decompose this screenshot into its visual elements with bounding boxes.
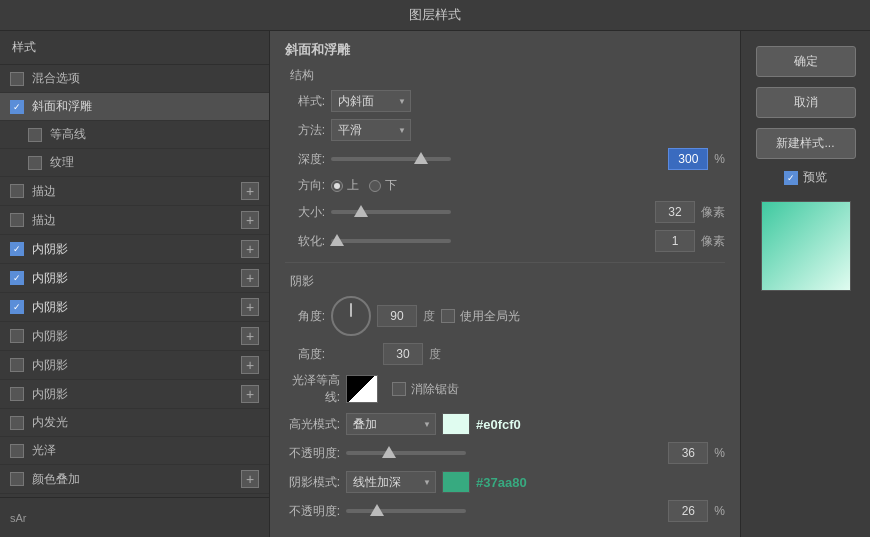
gloss-preview[interactable] (346, 375, 378, 403)
altitude-input[interactable] (383, 343, 423, 365)
list-item[interactable]: 颜色叠加+ (0, 465, 269, 494)
list-item[interactable]: 内阴影+ (0, 351, 269, 380)
cancel-button[interactable]: 取消 (756, 87, 856, 118)
depth-input[interactable] (668, 148, 708, 170)
list-item-checkbox[interactable] (10, 329, 24, 343)
eliminate-jagged-item: 消除锯齿 (392, 381, 459, 398)
list-item-add-button[interactable]: + (241, 470, 259, 488)
title-bar: 图层样式 (0, 0, 870, 31)
highlight-opacity-thumb[interactable] (382, 446, 396, 458)
style-dropdown[interactable]: 内斜面 外斜面 浮雕效果 (331, 90, 411, 112)
direction-up-radio[interactable] (331, 180, 343, 192)
preview-label: 预览 (803, 169, 827, 186)
list-item-add-button[interactable]: + (241, 356, 259, 374)
size-row: 大小: 像素 (285, 201, 725, 223)
list-item[interactable]: 内阴影+ (0, 293, 269, 322)
shadow-opacity-slider-track[interactable] (346, 509, 466, 513)
section-title: 斜面和浮雕 (285, 41, 725, 59)
shadow-color-swatch[interactable] (442, 471, 470, 493)
list-item[interactable]: 混合选项 (0, 65, 269, 93)
list-item-checkbox[interactable] (28, 128, 42, 142)
soften-input[interactable] (655, 230, 695, 252)
list-item-checkbox[interactable] (10, 416, 24, 430)
angle-dial[interactable] (331, 296, 371, 336)
global-light-checkbox[interactable] (441, 309, 455, 323)
list-item[interactable]: 描边+ (0, 177, 269, 206)
list-item-checkbox[interactable] (10, 213, 24, 227)
list-item[interactable]: 等高线 (0, 121, 269, 149)
direction-radio-group: 上 下 (331, 177, 397, 194)
list-item[interactable]: 内阴影+ (0, 322, 269, 351)
list-item-checkbox[interactable] (10, 444, 24, 458)
size-slider-track[interactable] (331, 210, 451, 214)
list-item-add-button[interactable]: + (241, 327, 259, 345)
list-item-checkbox[interactable] (10, 271, 24, 285)
center-panel: 斜面和浮雕 结构 样式: 内斜面 外斜面 浮雕效果 方法: 平滑 雕刻清晰 雕刻… (270, 31, 740, 537)
list-item-add-button[interactable]: + (241, 385, 259, 403)
list-item-label: 内阴影 (32, 386, 68, 403)
shadow-mode-dropdown[interactable]: 线性加深 正片叠底 正常 (346, 471, 436, 493)
highlight-opacity-label: 不透明度: (285, 445, 340, 462)
direction-down[interactable]: 下 (369, 177, 397, 194)
list-item-add-button[interactable]: + (241, 211, 259, 229)
list-item-checkbox[interactable] (10, 387, 24, 401)
shadow-color-label: #37aa80 (476, 475, 527, 490)
list-item-checkbox[interactable] (10, 72, 24, 86)
altitude-row: 高度: 度 (285, 343, 725, 365)
list-item[interactable]: 斜面和浮雕 (0, 93, 269, 121)
list-item-label: 内阴影 (32, 357, 68, 374)
new-style-button[interactable]: 新建样式... (756, 128, 856, 159)
preview-checkbox[interactable] (784, 171, 798, 185)
list-item[interactable]: 内阴影+ (0, 380, 269, 409)
method-dropdown-wrap: 平滑 雕刻清晰 雕刻柔和 (331, 119, 411, 141)
highlight-opacity-slider-track[interactable] (346, 451, 466, 455)
list-item-checkbox[interactable] (10, 100, 24, 114)
highlight-color-swatch[interactable] (442, 413, 470, 435)
list-item-add-button[interactable]: + (241, 269, 259, 287)
gloss-row: 光泽等高线: 消除锯齿 (285, 372, 725, 406)
list-item[interactable]: 纹理 (0, 149, 269, 177)
soften-slider-thumb[interactable] (330, 234, 344, 246)
size-input[interactable] (655, 201, 695, 223)
dialog-title: 图层样式 (409, 7, 461, 22)
shadow-opacity-thumb[interactable] (370, 504, 384, 516)
list-item-add-button[interactable]: + (241, 298, 259, 316)
list-item-checkbox[interactable] (10, 358, 24, 372)
list-item-checkbox[interactable] (10, 184, 24, 198)
list-item[interactable]: 描边+ (0, 206, 269, 235)
depth-slider-track[interactable] (331, 157, 451, 161)
list-item-checkbox[interactable] (10, 472, 24, 486)
left-bottom: sAr (0, 497, 269, 537)
eliminate-jagged-checkbox[interactable] (392, 382, 406, 396)
shadow-opacity-slider-wrap (346, 509, 662, 513)
list-item[interactable]: 内发光 (0, 409, 269, 437)
highlight-mode-row: 高光模式: 叠加 正常 溶解 #e0fcf0 (285, 413, 725, 435)
shadow-opacity-input[interactable] (668, 500, 708, 522)
depth-slider-wrap (331, 157, 662, 161)
list-item[interactable]: 光泽 (0, 437, 269, 465)
shadow-title: 阴影 (285, 273, 725, 290)
size-slider-thumb[interactable] (354, 205, 368, 217)
soften-slider-track[interactable] (331, 239, 451, 243)
highlight-mode-dropdown[interactable]: 叠加 正常 溶解 (346, 413, 436, 435)
soften-row: 软化: 像素 (285, 230, 725, 252)
confirm-button[interactable]: 确定 (756, 46, 856, 77)
list-item[interactable]: 内阴影+ (0, 235, 269, 264)
method-dropdown[interactable]: 平滑 雕刻清晰 雕刻柔和 (331, 119, 411, 141)
list-item-add-button[interactable]: + (241, 240, 259, 258)
gloss-label: 光泽等高线: (285, 372, 340, 406)
highlight-opacity-unit: % (714, 446, 725, 460)
depth-slider-thumb[interactable] (414, 152, 428, 164)
list-item[interactable]: 内阴影+ (0, 264, 269, 293)
direction-down-radio[interactable] (369, 180, 381, 192)
list-item-checkbox[interactable] (10, 242, 24, 256)
list-item-checkbox[interactable] (10, 300, 24, 314)
angle-row: 角度: 度 使用全局光 (285, 296, 725, 336)
highlight-opacity-input[interactable] (668, 442, 708, 464)
list-item-add-button[interactable]: + (241, 182, 259, 200)
list-item-label: 颜色叠加 (32, 471, 80, 488)
angle-input[interactable] (377, 305, 417, 327)
direction-up[interactable]: 上 (331, 177, 359, 194)
shadow-opacity-label: 不透明度: (285, 503, 340, 520)
list-item-checkbox[interactable] (28, 156, 42, 170)
